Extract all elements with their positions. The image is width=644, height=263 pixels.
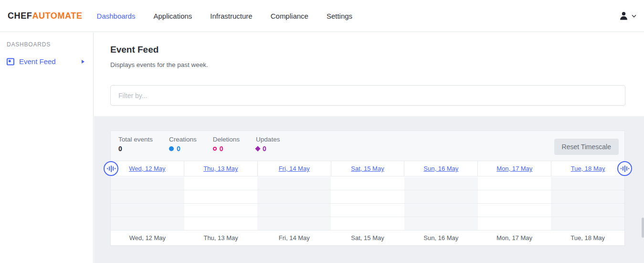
timeline-column [331, 177, 404, 230]
timescale-slider-icon [107, 165, 116, 172]
day-header-cell: Wed, 12 May [111, 161, 184, 176]
top-navigation-bar: CHEFAUTOMATE Dashboards Applications Inf… [0, 0, 644, 32]
stat-value: 0 [177, 145, 180, 153]
logo-automate-text: AUTOMATE [32, 11, 82, 21]
timeline-grid [111, 177, 624, 230]
page-subtitle: Displays events for the past week. [110, 61, 644, 68]
nav-item-settings[interactable]: Settings [327, 12, 352, 20]
nav-item-compliance[interactable]: Compliance [271, 12, 308, 20]
updates-marker-icon [255, 146, 260, 151]
day-link[interactable]: Wed, 12 May [129, 165, 165, 172]
user-menu-button[interactable] [619, 11, 636, 21]
day-header-cell: Sun, 16 May [404, 161, 477, 176]
stat-creations: Creations 0 [169, 136, 197, 153]
deletions-marker-icon [213, 147, 217, 151]
reset-timescale-button[interactable]: Reset Timescale [554, 139, 619, 155]
day-link[interactable]: Thu, 13 May [203, 165, 238, 172]
nav-item-infrastructure[interactable]: Infrastructure [210, 12, 252, 20]
day-header-cell: Thu, 13 May [184, 161, 257, 176]
nav-item-dashboards[interactable]: Dashboards [97, 12, 136, 20]
day-header-cell: Mon, 17 May [477, 161, 551, 176]
main-content: Event Feed Displays events for the past … [94, 33, 644, 263]
vertical-scrollbar-thumb[interactable] [642, 218, 644, 238]
sidebar-item-event-feed[interactable]: Event Feed [0, 55, 93, 68]
stat-value: 0 [263, 145, 266, 153]
chef-automate-logo[interactable]: CHEFAUTOMATE [8, 11, 83, 21]
day-footer-label: Tue, 18 May [551, 234, 624, 241]
day-footer-label: Thu, 13 May [184, 234, 258, 241]
event-counts-bar: Total events 0 Creations 0 Deletions 0 [111, 131, 624, 161]
stat-label: Deletions [213, 136, 240, 143]
stat-value: 0 [220, 145, 223, 153]
timescale-slider-right-button[interactable] [617, 161, 632, 176]
event-timeline-card: Total events 0 Creations 0 Deletions 0 [110, 131, 625, 246]
stat-label: Updates [256, 136, 280, 143]
day-footer-label: Wed, 12 May [111, 234, 184, 241]
day-footer-label: Sat, 15 May [331, 234, 404, 241]
day-header-cell: Sat, 15 May [331, 161, 404, 176]
day-link[interactable]: Sun, 16 May [423, 165, 458, 172]
main-nav: Dashboards Applications Infrastructure C… [97, 12, 371, 20]
day-header-cell: Fri, 14 May [257, 161, 331, 176]
timescale-slider-left-button[interactable] [104, 161, 118, 176]
day-footer-label: Mon, 17 May [478, 234, 551, 241]
stat-label: Creations [169, 136, 197, 143]
event-feed-icon [7, 58, 14, 66]
stat-value: 0 [118, 145, 153, 153]
stat-deletions: Deletions 0 [213, 136, 240, 153]
timeline-column [404, 177, 478, 230]
day-link[interactable]: Tue, 18 May [571, 165, 605, 172]
timeline-column [184, 177, 258, 230]
logo-chef-text: CHEF [8, 11, 32, 21]
timeline-column [551, 177, 624, 230]
day-footer-label: Sun, 16 May [404, 234, 478, 241]
page-title: Event Feed [110, 44, 644, 55]
expand-arrow-icon[interactable] [82, 60, 84, 64]
timeline-column [257, 177, 331, 230]
sidebar-heading: DASHBOARDS [7, 41, 93, 48]
timeline-day-header-row: Wed, 12 May Thu, 13 May Fri, 14 May Sat,… [111, 161, 624, 176]
day-link[interactable]: Sat, 15 May [351, 165, 384, 172]
filter-input[interactable] [110, 85, 625, 106]
stat-total-events: Total events 0 [118, 136, 153, 153]
timeline-column [111, 177, 184, 230]
event-feed-panel: Total events 0 Creations 0 Deletions 0 [94, 116, 644, 263]
user-icon [619, 11, 629, 21]
creations-marker-icon [169, 146, 174, 151]
timescale-slider-icon [621, 165, 629, 172]
timeline-day-footer-row: Wed, 12 May Thu, 13 May Fri, 14 May Sat,… [111, 230, 624, 245]
day-link[interactable]: Fri, 14 May [279, 165, 310, 172]
day-footer-label: Fri, 14 May [257, 234, 331, 241]
chevron-down-icon [632, 14, 636, 18]
timeline-column [478, 177, 551, 230]
sidebar: DASHBOARDS Event Feed [0, 33, 94, 263]
nav-item-applications[interactable]: Applications [153, 12, 192, 20]
day-header-cell: Tue, 18 May [551, 161, 624, 176]
stat-label: Total events [118, 136, 153, 143]
sidebar-item-label: Event Feed [19, 57, 56, 66]
day-link[interactable]: Mon, 17 May [496, 165, 532, 172]
stat-updates: Updates 0 [256, 136, 280, 153]
